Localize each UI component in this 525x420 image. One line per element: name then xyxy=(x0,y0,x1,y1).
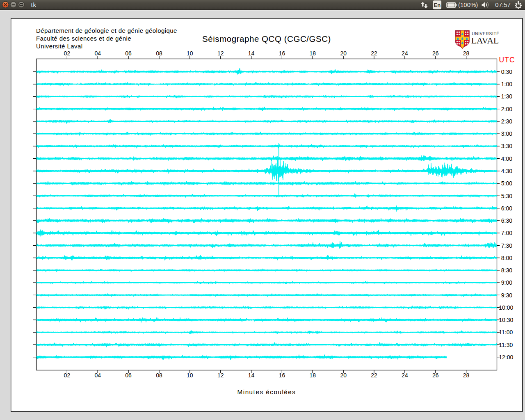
svg-text:10: 10 xyxy=(187,50,193,57)
svg-text:16: 16 xyxy=(279,372,285,379)
svg-text:8:30: 8:30 xyxy=(501,267,512,274)
svg-text:20: 20 xyxy=(340,372,347,379)
svg-text:14: 14 xyxy=(248,50,255,57)
svg-text:6:30: 6:30 xyxy=(501,217,512,224)
svg-text:28: 28 xyxy=(463,372,470,379)
svg-text:5:00: 5:00 xyxy=(501,180,512,187)
svg-text:22: 22 xyxy=(371,50,377,57)
svg-text:14: 14 xyxy=(248,372,255,379)
svg-text:6:00: 6:00 xyxy=(501,205,512,212)
svg-text:Université Laval: Université Laval xyxy=(36,43,82,50)
svg-text:2:00: 2:00 xyxy=(501,106,512,112)
svg-text:26: 26 xyxy=(432,372,439,379)
svg-text:22: 22 xyxy=(371,372,377,379)
svg-text:(100%): (100%) xyxy=(458,1,478,8)
svg-text:4:30: 4:30 xyxy=(501,168,512,174)
svg-text:24: 24 xyxy=(402,372,408,379)
svg-text:tk: tk xyxy=(31,1,37,8)
svg-text:10:00: 10:00 xyxy=(499,304,513,311)
svg-text:4:00: 4:00 xyxy=(501,155,512,162)
svg-text:24: 24 xyxy=(402,50,408,57)
svg-text:8:00: 8:00 xyxy=(501,255,512,261)
svg-text:08: 08 xyxy=(156,50,162,57)
svg-text:10: 10 xyxy=(187,372,193,379)
svg-text:0:30: 0:30 xyxy=(501,68,512,75)
svg-text:Séismographe QCQ (CGC/GSC): Séismographe QCQ (CGC/GSC) xyxy=(202,34,331,43)
svg-text:7:30: 7:30 xyxy=(501,242,512,249)
svg-text:LAVAL: LAVAL xyxy=(471,35,499,46)
svg-text:12: 12 xyxy=(217,372,224,379)
svg-text:04: 04 xyxy=(94,50,101,57)
svg-text:Minutes écoulées: Minutes écoulées xyxy=(237,388,296,395)
svg-text:18: 18 xyxy=(310,372,316,379)
svg-text:02: 02 xyxy=(64,50,71,57)
svg-text:9:00: 9:00 xyxy=(501,279,512,286)
svg-text:06: 06 xyxy=(125,50,132,57)
svg-text:12: 12 xyxy=(217,50,224,57)
svg-text:18: 18 xyxy=(310,50,316,57)
svg-text:2:30: 2:30 xyxy=(501,118,512,125)
svg-text:10:30: 10:30 xyxy=(499,317,513,323)
svg-text:11:00: 11:00 xyxy=(499,329,513,336)
svg-text:07:57: 07:57 xyxy=(495,1,511,8)
svg-text:04: 04 xyxy=(94,372,101,379)
svg-text:5:30: 5:30 xyxy=(501,193,512,199)
svg-text:9:30: 9:30 xyxy=(501,292,512,299)
svg-text:3:00: 3:00 xyxy=(501,130,512,137)
svg-text:7:00: 7:00 xyxy=(501,230,512,236)
svg-text:UTC: UTC xyxy=(499,56,515,64)
svg-text:En: En xyxy=(434,2,441,8)
svg-text:16: 16 xyxy=(279,50,285,57)
svg-text:06: 06 xyxy=(125,372,132,379)
svg-text:02: 02 xyxy=(64,372,71,379)
svg-text:12:00: 12:00 xyxy=(499,354,513,361)
svg-text:28: 28 xyxy=(463,50,470,57)
svg-text:11:30: 11:30 xyxy=(499,342,513,348)
svg-text:Faculté des sciences et de gén: Faculté des sciences et de génie xyxy=(36,35,131,42)
svg-text:26: 26 xyxy=(432,50,439,57)
svg-text:3:30: 3:30 xyxy=(501,143,512,149)
svg-text:20: 20 xyxy=(340,50,347,57)
svg-text:1:30: 1:30 xyxy=(501,93,512,100)
svg-text:Département de géologie et de: Département de géologie et de génie géol… xyxy=(36,27,177,34)
svg-text:08: 08 xyxy=(156,372,162,379)
svg-text:1:00: 1:00 xyxy=(501,81,512,87)
